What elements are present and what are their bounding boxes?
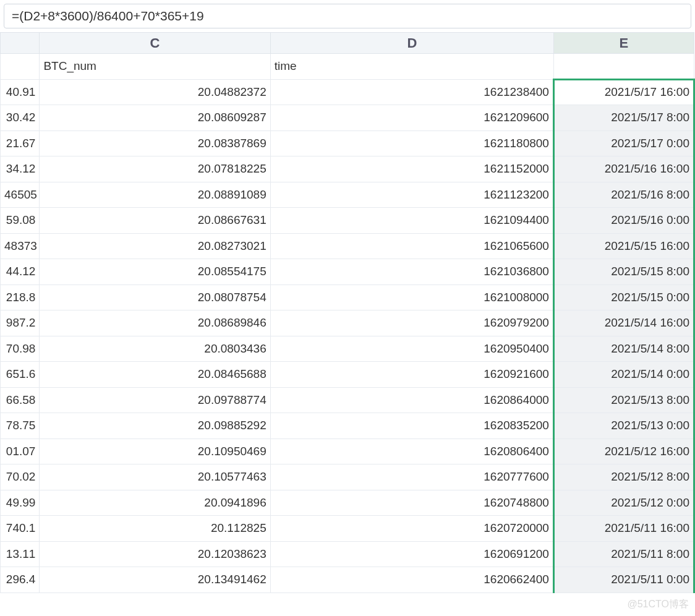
cell[interactable]: 20.10577463 xyxy=(40,464,270,490)
cell[interactable]: 20.08554175 xyxy=(40,259,270,285)
table-row: 49.9920.094189616207488002021/5/12 0:00 xyxy=(1,490,694,516)
table-row: 44.1220.0855417516210368002021/5/15 8:00 xyxy=(1,259,694,285)
cell[interactable]: 21.67 xyxy=(1,130,40,156)
cell[interactable]: 2021/5/17 8:00 xyxy=(553,105,694,131)
cell[interactable]: 70.02 xyxy=(1,464,40,490)
table-row: 78.7520.0988529216208352002021/5/13 0:00 xyxy=(1,413,694,439)
cell-header-c[interactable]: BTC_num xyxy=(40,54,270,80)
table-row: 987.220.0868984616209792002021/5/14 16:0… xyxy=(1,310,694,336)
cell[interactable]: 20.08273021 xyxy=(40,233,270,259)
cell[interactable]: 2021/5/16 0:00 xyxy=(553,208,694,234)
cell[interactable]: 44.12 xyxy=(1,259,40,285)
column-header-e[interactable]: E xyxy=(553,33,694,54)
column-header-blank[interactable] xyxy=(1,33,40,54)
cell[interactable]: 2021/5/15 16:00 xyxy=(553,233,694,259)
cell[interactable]: 20.0803436 xyxy=(40,336,270,362)
cell[interactable]: 1620662400 xyxy=(270,567,553,593)
cell[interactable]: 1620979200 xyxy=(270,310,553,336)
cell[interactable]: 20.07818225 xyxy=(40,156,270,182)
cell[interactable]: 30.42 xyxy=(1,105,40,131)
cell[interactable]: 2021/5/12 16:00 xyxy=(553,438,694,464)
cell[interactable]: 1620921600 xyxy=(270,362,553,388)
cell[interactable]: 218.8 xyxy=(1,284,40,310)
table-row: 218.820.0807875416210080002021/5/15 0:00 xyxy=(1,284,694,310)
cell[interactable]: 2021/5/13 0:00 xyxy=(553,413,694,439)
cell[interactable]: 1620835200 xyxy=(270,413,553,439)
cell[interactable]: 2021/5/16 16:00 xyxy=(553,156,694,182)
cell[interactable]: 1621123200 xyxy=(270,182,553,208)
cell[interactable]: 66.58 xyxy=(1,387,40,413)
table-row: 13.1120.1203862316206912002021/5/11 8:00 xyxy=(1,541,694,567)
cell[interactable]: 70.98 xyxy=(1,336,40,362)
cell[interactable]: 2021/5/14 16:00 xyxy=(553,310,694,336)
cell[interactable]: 1621180800 xyxy=(270,130,553,156)
cell[interactable]: 49.99 xyxy=(1,490,40,516)
cell-header-d[interactable]: time xyxy=(270,54,553,80)
cell[interactable]: 1620720000 xyxy=(270,516,553,542)
cell[interactable]: 20.08465688 xyxy=(40,362,270,388)
cell[interactable]: 20.08689846 xyxy=(40,310,270,336)
cell[interactable]: 2021/5/14 8:00 xyxy=(553,336,694,362)
field-header-row: BTC_num time xyxy=(1,54,694,80)
cell[interactable]: 20.09788774 xyxy=(40,387,270,413)
column-header-c[interactable]: C xyxy=(40,33,270,54)
spreadsheet-grid[interactable]: C D E BTC_num time 40.9120.0488237216212… xyxy=(0,32,695,593)
cell[interactable]: 1620691200 xyxy=(270,541,553,567)
cell[interactable]: 1621152000 xyxy=(270,156,553,182)
cell[interactable]: 34.12 xyxy=(1,156,40,182)
cell[interactable]: 46505 xyxy=(1,182,40,208)
cell[interactable]: 20.10950469 xyxy=(40,438,270,464)
cell[interactable]: 2021/5/11 16:00 xyxy=(553,516,694,542)
cell[interactable]: 2021/5/17 16:00 xyxy=(553,79,694,105)
cell[interactable]: 20.08078754 xyxy=(40,284,270,310)
cell[interactable]: 20.0941896 xyxy=(40,490,270,516)
cell[interactable]: 1620950400 xyxy=(270,336,553,362)
cell[interactable]: 20.112825 xyxy=(40,516,270,542)
cell[interactable]: 59.08 xyxy=(1,208,40,234)
cell[interactable]: 1621065600 xyxy=(270,233,553,259)
cell[interactable]: 01.07 xyxy=(1,438,40,464)
cell[interactable]: 987.2 xyxy=(1,310,40,336)
cell[interactable]: 20.08609287 xyxy=(40,105,270,131)
cell[interactable]: 20.12038623 xyxy=(40,541,270,567)
cell[interactable]: 48373 xyxy=(1,233,40,259)
column-header-d[interactable]: D xyxy=(270,33,553,54)
cell[interactable]: 2021/5/16 8:00 xyxy=(553,182,694,208)
table-row: 651.620.0846568816209216002021/5/14 0:00 xyxy=(1,362,694,388)
cell[interactable]: 2021/5/15 8:00 xyxy=(553,259,694,285)
cell[interactable]: 2021/5/15 0:00 xyxy=(553,284,694,310)
cell[interactable]: 20.09885292 xyxy=(40,413,270,439)
cell[interactable]: 1621094400 xyxy=(270,208,553,234)
cell[interactable]: 1620777600 xyxy=(270,464,553,490)
cell[interactable]: 1621238400 xyxy=(270,79,553,105)
cell[interactable]: 2021/5/12 0:00 xyxy=(553,490,694,516)
cell[interactable]: 20.13491462 xyxy=(40,567,270,593)
cell[interactable]: 651.6 xyxy=(1,362,40,388)
cell[interactable]: 1621008000 xyxy=(270,284,553,310)
cell[interactable]: 2021/5/14 0:00 xyxy=(553,362,694,388)
cell[interactable]: 1621036800 xyxy=(270,259,553,285)
cell[interactable]: 1620864000 xyxy=(270,387,553,413)
cell[interactable]: 1621209600 xyxy=(270,105,553,131)
formula-bar[interactable]: =(D2+8*3600)/86400+70*365+19 xyxy=(4,4,691,28)
cell[interactable]: 2021/5/11 8:00 xyxy=(553,541,694,567)
cell[interactable]: 20.08387869 xyxy=(40,130,270,156)
cell[interactable]: 1620748800 xyxy=(270,490,553,516)
cell[interactable]: 1620806400 xyxy=(270,438,553,464)
cell[interactable]: 740.1 xyxy=(1,516,40,542)
cell[interactable]: 20.08891089 xyxy=(40,182,270,208)
cell[interactable]: 296.4 xyxy=(1,567,40,593)
cell[interactable]: 20.08667631 xyxy=(40,208,270,234)
cell[interactable]: 2021/5/17 0:00 xyxy=(553,130,694,156)
cell[interactable] xyxy=(1,54,40,80)
cell[interactable]: 78.75 xyxy=(1,413,40,439)
cell[interactable]: 2021/5/13 8:00 xyxy=(553,387,694,413)
cell[interactable]: 2021/5/11 0:00 xyxy=(553,567,694,593)
table-row: 40.9120.0488237216212384002021/5/17 16:0… xyxy=(1,79,694,105)
cell[interactable]: 40.91 xyxy=(1,79,40,105)
cell[interactable]: 20.04882372 xyxy=(40,79,270,105)
cell[interactable]: 2021/5/12 8:00 xyxy=(553,464,694,490)
table-row: 66.5820.0978877416208640002021/5/13 8:00 xyxy=(1,387,694,413)
cell[interactable]: 13.11 xyxy=(1,541,40,567)
cell-header-e[interactable] xyxy=(553,54,694,80)
